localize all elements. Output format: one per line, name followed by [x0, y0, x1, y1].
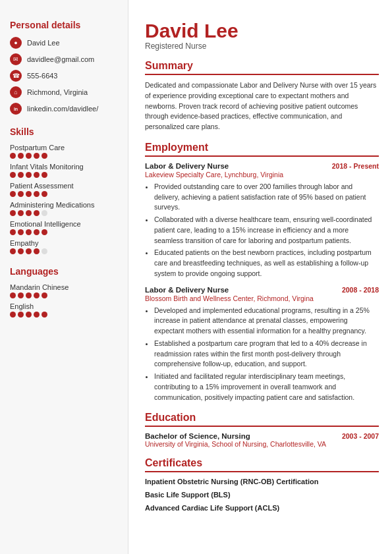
- person-icon: ●: [10, 37, 22, 49]
- job-bullet: Initiated and facilitated regular interd…: [154, 372, 379, 402]
- job-bullets: Developed and implemented educational pr…: [145, 306, 379, 403]
- language-dot: [26, 312, 32, 318]
- skill-item: Administering Medications: [10, 201, 118, 216]
- job-bullet: Collaborated with a diverse healthcare t…: [154, 215, 379, 246]
- job-title: Labor & Delivery Nurse: [145, 162, 229, 170]
- summary-text: Dedicated and compassionate Labor and De…: [145, 80, 379, 132]
- personal-phone: ☎ 555-6643: [10, 70, 118, 82]
- skill-dot: [26, 191, 32, 197]
- language-dots: [10, 312, 118, 318]
- email-icon: ✉: [10, 53, 22, 65]
- personal-linkedin: in linkedin.com/davidlee/: [10, 103, 118, 115]
- language-dot: [10, 312, 16, 318]
- language-name: English: [10, 302, 118, 310]
- skill-name: Patient Assessment: [10, 182, 118, 190]
- job-bullet: Educated patients on the best newborn pr…: [154, 248, 379, 279]
- certificate-name: Advanced Cardiac Life Support (ACLS): [145, 504, 379, 512]
- language-dot: [42, 312, 47, 318]
- skill-name: Postpartum Care: [10, 144, 118, 152]
- skill-dot: [42, 210, 47, 216]
- job-dates: 2018 - Present: [332, 162, 379, 170]
- language-dot: [42, 292, 47, 298]
- language-dot: [10, 292, 16, 298]
- personal-location: ⌂ Richmond, Virginia: [10, 86, 118, 98]
- skill-dot: [26, 153, 32, 159]
- skill-dot: [10, 248, 16, 254]
- skill-dot: [42, 172, 47, 178]
- skill-name: Infant Vitals Monitoring: [10, 163, 118, 171]
- job-company: Blossom Birth and Wellness Center, Richm…: [145, 294, 379, 302]
- candidate-job-title: Registered Nurse: [145, 42, 379, 51]
- language-dot: [26, 292, 32, 298]
- languages-list: Mandarin ChineseEnglish: [10, 283, 118, 318]
- job-entry: Labor & Delivery Nurse2008 - 2018Blossom…: [145, 286, 379, 403]
- skill-dot: [42, 248, 47, 254]
- skill-dot: [10, 172, 16, 178]
- language-item: Mandarin Chinese: [10, 283, 118, 298]
- job-header: Labor & Delivery Nurse2008 - 2018: [145, 286, 379, 294]
- skill-dot: [18, 172, 24, 178]
- language-dot: [18, 312, 24, 318]
- skill-dot: [10, 191, 16, 197]
- skill-dot: [10, 210, 16, 216]
- education-school: University of Virginia, School of Nursin…: [145, 440, 379, 448]
- skill-item: Postpartum Care: [10, 144, 118, 159]
- skill-dot: [34, 210, 40, 216]
- education-list: Bachelor of Science, Nursing2003 - 2007U…: [145, 432, 379, 448]
- skill-dot: [34, 172, 40, 178]
- education-dates: 2003 - 2007: [342, 432, 379, 440]
- skill-dot: [18, 229, 24, 235]
- language-dot: [34, 312, 40, 318]
- certificates-list: Inpatient Obstetric Nursing (RNC-OB) Cer…: [145, 478, 379, 512]
- language-dots: [10, 292, 118, 298]
- skill-dot: [42, 229, 47, 235]
- skill-dot: [26, 210, 32, 216]
- skill-dots: [10, 229, 118, 235]
- certificate-name: Inpatient Obstetric Nursing (RNC-OB) Cer…: [145, 478, 379, 485]
- education-degree: Bachelor of Science, Nursing: [145, 432, 250, 440]
- linkedin-icon: in: [10, 103, 22, 115]
- skill-dot: [18, 210, 24, 216]
- skill-dot: [34, 191, 40, 197]
- education-heading: Education: [145, 412, 379, 427]
- skill-dot: [10, 229, 16, 235]
- job-bullet: Provided outstanding care to over 200 fa…: [154, 182, 379, 213]
- skill-dot: [42, 191, 47, 197]
- skill-dot: [34, 153, 40, 159]
- skill-name: Empathy: [10, 239, 118, 247]
- job-bullets: Provided outstanding care to over 200 fa…: [145, 182, 379, 279]
- skill-dots: [10, 172, 118, 178]
- certificate-item: Inpatient Obstetric Nursing (RNC-OB) Cer…: [145, 478, 379, 485]
- language-name: Mandarin Chinese: [10, 283, 118, 291]
- skill-dot: [10, 153, 16, 159]
- skill-dot: [34, 229, 40, 235]
- skill-name: Emotional Intelligence: [10, 220, 118, 228]
- skill-dots: [10, 210, 118, 216]
- personal-details-title: Personal details: [10, 20, 118, 30]
- job-header: Labor & Delivery Nurse2018 - Present: [145, 162, 379, 170]
- job-bullet: Established a postpartum care program th…: [154, 339, 379, 370]
- employment-heading: Employment: [145, 142, 379, 157]
- skill-dot: [26, 248, 32, 254]
- main-content: David Lee Registered Nurse Summary Dedic…: [128, 0, 392, 554]
- education-entry: Bachelor of Science, Nursing2003 - 2007U…: [145, 432, 379, 448]
- skill-dot: [34, 248, 40, 254]
- certificate-item: Advanced Cardiac Life Support (ACLS): [145, 504, 379, 512]
- skill-dot: [18, 248, 24, 254]
- skills-list: Postpartum CareInfant Vitals MonitoringP…: [10, 144, 118, 254]
- skill-name: Administering Medications: [10, 201, 118, 209]
- skill-dots: [10, 248, 118, 254]
- job-title: Labor & Delivery Nurse: [145, 286, 229, 294]
- skill-dot: [26, 172, 32, 178]
- job-company: Lakeview Specialty Care, Lynchburg, Virg…: [145, 171, 379, 179]
- language-dot: [18, 292, 24, 298]
- page: Personal details ● David Lee ✉ davidlee@…: [0, 0, 392, 554]
- job-dates: 2008 - 2018: [342, 286, 379, 294]
- skill-dot: [18, 153, 24, 159]
- skill-dot: [26, 229, 32, 235]
- certificates-heading: Certificates: [145, 457, 379, 472]
- skills-title: Skills: [10, 126, 118, 137]
- summary-heading: Summary: [145, 60, 379, 75]
- skill-item: Empathy: [10, 239, 118, 254]
- skill-item: Patient Assessment: [10, 182, 118, 197]
